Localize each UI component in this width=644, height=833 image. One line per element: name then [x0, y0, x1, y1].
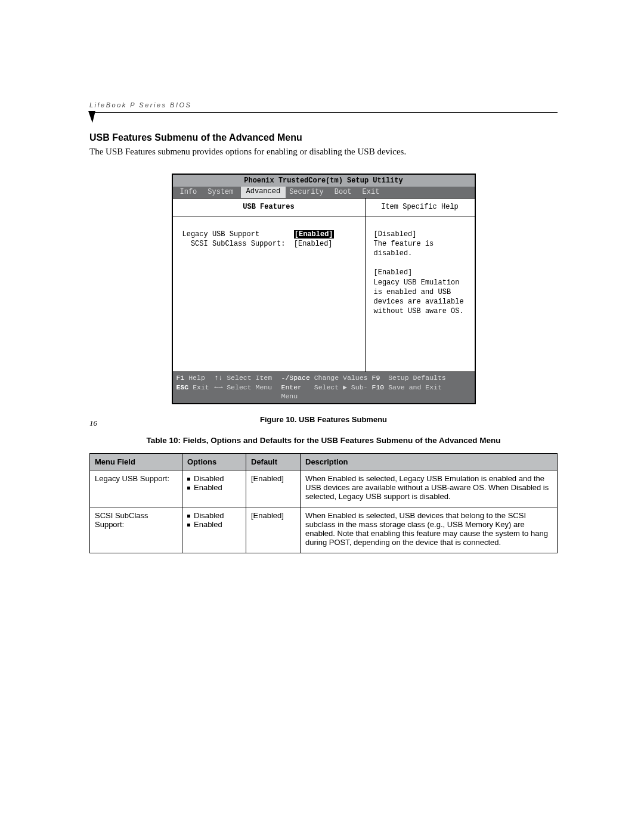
- bios-screenshot: Phoenix TrustedCore(tm) Setup Utility In…: [172, 174, 476, 404]
- page-number: 16: [89, 419, 97, 428]
- figure-caption: Figure 10. USB Features Submenu: [89, 415, 558, 424]
- svg-marker-0: [88, 111, 95, 123]
- bios-submenu-content: Legacy USB Support [Enabled] SCSI SubCla…: [173, 216, 365, 253]
- bios-setting-value: [Enabled]: [294, 240, 333, 248]
- bios-menu-item: Boot: [331, 187, 359, 197]
- option-label: Enabled: [194, 483, 222, 492]
- bios-menu-item: Info: [177, 187, 205, 197]
- section-intro: The USB Features submenu provides option…: [89, 147, 558, 157]
- option-label: Enabled: [194, 520, 222, 529]
- table-cell-description: When Enabled is selected, Legacy USB Emu…: [301, 470, 558, 507]
- square-bullet-icon: [187, 515, 190, 518]
- bios-setting-value: [Enabled]: [294, 230, 334, 239]
- table-header: Default: [246, 453, 301, 470]
- bios-menu-item: Exit: [359, 187, 387, 197]
- running-head: LifeBook P Series BIOS: [89, 101, 558, 109]
- options-table: Menu FieldOptionsDefaultDescription Lega…: [89, 453, 558, 553]
- table-row: SCSI SubClass Support:DisabledEnabled[En…: [90, 507, 558, 553]
- table-cell-field: SCSI SubClass Support:: [90, 507, 182, 553]
- table-cell-default: [Enabled]: [246, 507, 301, 553]
- square-bullet-icon: [187, 524, 190, 527]
- option-label: Disabled: [194, 474, 224, 483]
- bios-setting-row: SCSI SubClass Support: [Enabled]: [182, 239, 355, 249]
- bios-submenu-title: USB Features: [173, 199, 365, 216]
- option-label: Disabled: [194, 511, 224, 520]
- bios-setting-row: Legacy USB Support [Enabled]: [182, 230, 355, 239]
- bios-footer: F1 Help ↑↓ Select Item -/Space Change Va…: [173, 372, 475, 403]
- bios-help-title: Item Specific Help: [366, 199, 475, 216]
- square-bullet-icon: [187, 487, 190, 490]
- bios-help-line: [Enabled]: [374, 268, 469, 277]
- triangle-marker-icon: [86, 111, 99, 124]
- table-cell-description: When Enabled is selected, USB devices th…: [301, 507, 558, 553]
- table-cell-options: DisabledEnabled: [182, 507, 246, 553]
- bios-help-line: is enabled and USB: [374, 287, 469, 297]
- table-cell-field: Legacy USB Support:: [90, 470, 182, 507]
- bios-help-line: The feature is disabled.: [374, 239, 469, 258]
- bios-help-line: [374, 258, 469, 268]
- bios-menu-item: System: [204, 187, 240, 197]
- table-header: Menu Field: [90, 453, 182, 470]
- bios-menu-item: Security: [286, 187, 331, 197]
- table-caption: Table 10: Fields, Options and Defaults f…: [89, 436, 558, 445]
- table-cell-options: DisabledEnabled: [182, 470, 246, 507]
- square-bullet-icon: [187, 478, 190, 481]
- table-row: Legacy USB Support:DisabledEnabled[Enabl…: [90, 470, 558, 507]
- section-title: USB Features Submenu of the Advanced Men…: [89, 132, 558, 143]
- bios-menu-item: Advanced: [241, 187, 286, 198]
- bios-help-line: [Disabled]: [374, 230, 469, 239]
- table-cell-default: [Enabled]: [246, 470, 301, 507]
- bios-help-line: Legacy USB Emulation: [374, 278, 469, 287]
- bios-help-line: devices are available: [374, 297, 469, 306]
- bios-help-content: [Disabled]The feature is disabled. [Enab…: [366, 216, 475, 321]
- table-header: Options: [182, 453, 246, 470]
- bios-menu-bar: InfoSystemAdvancedSecurityBootExit: [173, 187, 475, 198]
- bios-title: Phoenix TrustedCore(tm) Setup Utility: [173, 175, 475, 187]
- bios-help-line: without USB aware OS.: [374, 306, 469, 316]
- table-header: Description: [301, 453, 558, 470]
- header-rule: [89, 110, 558, 122]
